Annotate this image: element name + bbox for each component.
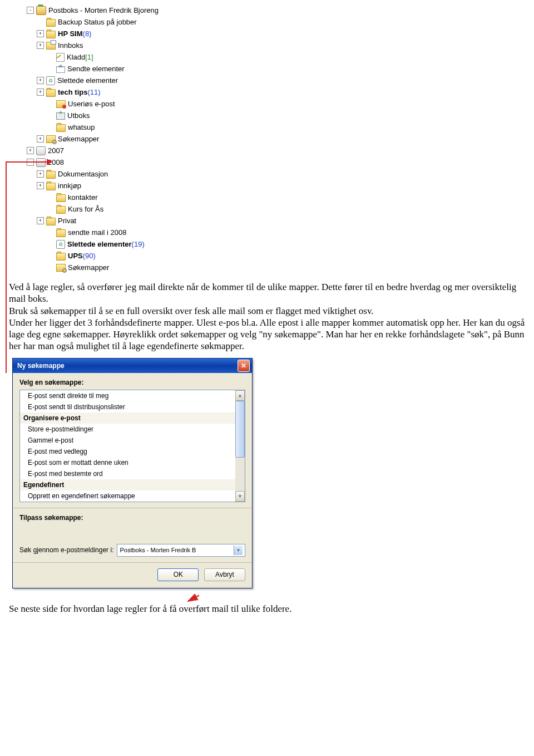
folder-label: whatsup: [68, 123, 95, 131]
tree-root[interactable]: - Postboks - Morten Fredrik Bjoreng: [27, 4, 534, 16]
list-item[interactable]: E-post med vedlegg: [20, 446, 235, 457]
tree-folder-item[interactable]: +Innboks: [27, 40, 534, 51]
folder-icon: [56, 229, 66, 237]
annotation-arrowhead: [47, 159, 52, 165]
tree-folder-item[interactable]: +Dokumentasjon: [27, 168, 534, 180]
tree-folder-item[interactable]: +innkjøp: [27, 180, 534, 192]
folder-tree: - Postboks - Morten Fredrik Bjoreng Back…: [27, 4, 534, 273]
cancel-button[interactable]: Avbryt: [204, 568, 245, 581]
expand-icon[interactable]: +: [37, 89, 44, 96]
folder-label: Kurs for Ås: [68, 205, 103, 213]
folder-label: Backup Status på jobber: [58, 18, 137, 26]
tree-folder-item[interactable]: kontakter: [27, 192, 534, 203]
scroll-down-button[interactable]: ▼: [235, 491, 245, 502]
folder-icon: [46, 218, 56, 225]
search-in-value: Postboks - Morten Fredrik B: [120, 547, 196, 553]
scroll-track[interactable]: [235, 401, 245, 491]
list-item[interactable]: Gammel e-post: [20, 435, 235, 446]
store-label: 2007: [48, 146, 64, 155]
folder-label: Søkemapper: [58, 135, 99, 143]
tree-folder-item[interactable]: +HP SIM (8): [27, 28, 534, 40]
folder-label: tech tips: [58, 88, 87, 96]
expand-icon[interactable]: +: [37, 170, 44, 178]
tree-folder-item[interactable]: Backup Status på jobber: [27, 16, 534, 28]
folder-icon: [56, 124, 66, 132]
search-icon: [46, 135, 56, 143]
search-folder-list: E-post sendt direkte til megE-post sendt…: [19, 390, 245, 502]
close-button[interactable]: ✕: [238, 360, 250, 372]
list-item[interactable]: E-post som er mottatt denne uken: [20, 457, 235, 468]
body-paragraph-2: Bruk så søkemapper til å se en full over…: [9, 305, 534, 317]
tree-folder-item[interactable]: Kurs for Ås: [27, 203, 534, 215]
folder-icon: [56, 206, 66, 214]
tree-folder-item[interactable]: +tech tips (11): [27, 86, 534, 98]
tree-store-2007[interactable]: + 2007: [27, 145, 534, 156]
list-group-header: Egendefinert: [20, 479, 235, 490]
outbox-icon: [56, 112, 65, 120]
list-item[interactable]: Store e-postmeldinger: [20, 424, 235, 435]
expand-icon[interactable]: +: [37, 77, 44, 84]
tree-folder-item[interactable]: Sendte elementer: [27, 63, 534, 75]
folder-label: Useriøs e-post: [68, 100, 115, 108]
search-icon: [56, 264, 66, 272]
scroll-thumb[interactable]: [235, 401, 245, 458]
folder-label: Slettede elementer: [67, 240, 132, 248]
folder-icon: [46, 171, 56, 179]
expand-icon[interactable]: +: [37, 135, 44, 143]
store-icon: [36, 146, 46, 155]
unread-count: (8): [83, 30, 92, 38]
folder-label: sendte mail i 2008: [68, 228, 127, 237]
mailbox-icon: [36, 6, 46, 15]
dialog-title: Ny søkemappe: [17, 362, 65, 370]
folder-label: Privat: [58, 217, 76, 225]
list-item[interactable]: E-post sendt til distribusjonslister: [20, 401, 235, 413]
expand-icon[interactable]: +: [37, 42, 44, 49]
annotation-line: [6, 161, 7, 373]
list-group-header: Organisere e-post: [20, 413, 235, 424]
tree-folder-item[interactable]: +♻Slettede elementer: [27, 75, 534, 86]
customize-folder-label: Tilpass søkemappe:: [19, 514, 245, 522]
tree-folder-item[interactable]: Utboks: [27, 110, 534, 121]
expand-icon[interactable]: +: [27, 147, 34, 154]
folder-icon: [46, 31, 56, 38]
tree-folder-item[interactable]: +Privat: [27, 215, 534, 227]
expand-icon[interactable]: +: [37, 182, 44, 189]
new-search-folder-dialog: Ny søkemappe ✕ Velg en søkemappe: E-post…: [12, 358, 253, 588]
folder-icon: [46, 89, 56, 97]
dialog-titlebar[interactable]: Ny søkemappe ✕: [13, 359, 252, 373]
folder-label: Sendte elementer: [67, 65, 125, 73]
tree-store-2008[interactable]: - 2008: [27, 156, 534, 168]
trash-icon: ♻: [46, 76, 55, 85]
tree-folder-item[interactable]: sendte mail i 2008: [27, 227, 534, 238]
folder-label: Utboks: [67, 111, 90, 120]
expand-icon[interactable]: +: [37, 217, 44, 224]
folder-icon: [56, 194, 66, 202]
search-in-label: Søk gjennom e-postmeldinger i:: [19, 546, 113, 554]
tree-folder-item[interactable]: ♻Slettede elementer (19): [27, 238, 534, 250]
tree-folder-item[interactable]: Søkemapper: [27, 262, 534, 273]
tree-folder-item[interactable]: UPS (90): [27, 250, 534, 262]
list-item[interactable]: E-post sendt direkte til meg: [20, 390, 235, 401]
folder-label: Kladd: [67, 53, 85, 61]
list-item[interactable]: E-post med bestemte ord: [20, 468, 235, 479]
scroll-up-button[interactable]: ▲: [235, 390, 245, 401]
annotation-line: [6, 161, 49, 163]
tree-folder-item[interactable]: +Søkemapper: [27, 133, 534, 145]
tree-folder-item[interactable]: Kladd [1]: [27, 51, 534, 63]
expand-icon[interactable]: +: [37, 30, 44, 37]
collapse-icon[interactable]: -: [27, 7, 34, 14]
sent-icon: [56, 66, 65, 73]
list-item[interactable]: Opprett en egendefinert søkemappe: [20, 490, 235, 502]
inbox-icon: [46, 42, 56, 50]
junk-icon: [56, 100, 66, 108]
search-in-dropdown[interactable]: Postboks - Morten Fredrik B ▼: [117, 544, 245, 557]
select-folder-label: Velg en søkemappe:: [19, 379, 245, 386]
tree-folder-item[interactable]: whatsup: [27, 121, 534, 133]
tree-folder-item[interactable]: Useriøs e-post: [27, 98, 534, 110]
folder-label: kontakter: [68, 193, 97, 202]
unread-count: (90): [83, 252, 96, 260]
tree-root-label: Postboks - Morten Fredrik Bjoreng: [48, 6, 159, 14]
folder-icon: [46, 183, 56, 190]
body-paragraph-1: Ved å lage regler, så overfører jeg mail…: [9, 281, 534, 305]
ok-button[interactable]: OK: [157, 568, 199, 581]
